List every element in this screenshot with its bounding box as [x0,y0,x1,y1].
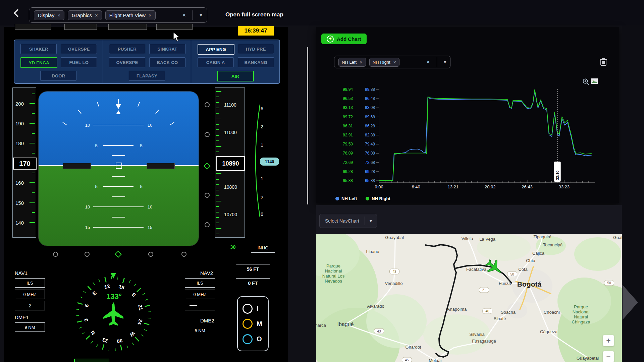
radio-altitude: 56 FT [236,264,270,274]
marker-beacon-i: I [238,304,268,314]
svg-text:99.88: 99.88 [365,87,375,92]
svg-text:72.68: 72.68 [365,160,375,165]
annunciator-overspe[interactable]: OVERSPE [109,57,145,67]
close-tab-icon[interactable]: × [57,12,60,18]
svg-text:93.08: 93.08 [365,105,375,110]
compass-label: 6 [84,303,90,308]
map-canvas[interactable]: GuayabalVilletaLa VegaZipaquiráTocancipá… [316,234,622,362]
annunciator-group: PUSHERSINKRATOVERSPEBACK COFLAPASY [103,40,191,83]
svg-text:96.48: 96.48 [365,96,375,101]
tab-dropdown-chevron[interactable]: ▾ [200,12,202,18]
beacon-circle [243,319,253,329]
deviation-dot [148,252,153,257]
hsi-compass: N36E1215S2124W3033 [71,272,155,356]
chart-legend: NH LeftNH Right [335,196,390,201]
chart-card: + Add Chart NH Left×NH Right××▾ 99.9499.… [316,27,619,203]
airspeed-readout: 170 [13,158,37,170]
svg-text:0:00: 0:00 [375,184,383,189]
compass-label: N [90,329,96,336]
compass-label: 24 [137,318,144,326]
annunciator-yd-enga[interactable]: YD ENGA [20,57,57,68]
compass-label: E [91,290,98,296]
speed-tick-label: 180 [15,140,24,146]
airspeed-value: 170 [19,160,30,168]
alt-tick-label: 11000 [224,130,237,135]
svg-text:76.09: 76.09 [343,151,353,156]
vsi-scale-label: 2 [261,124,263,129]
road-shield: 21 [479,287,489,293]
compass-label: 12 [104,283,110,290]
svg-text:26:43: 26:43 [522,184,533,189]
tab-close-all-icon[interactable]: × [182,12,186,19]
speed-tick-label: 200 [15,101,24,107]
annunciator-app-eng[interactable]: APP ENG [198,44,234,55]
truncated-button[interactable] [108,24,147,30]
tab-flight-path-view[interactable]: Flight Path View× [105,10,156,20]
map-zoom-in-button[interactable]: + [603,335,614,346]
svg-text:6:40: 6:40 [412,184,420,189]
svg-text:79.50: 79.50 [343,142,353,146]
panel-collapse-arrow[interactable] [623,285,638,320]
speed-tick-label: 160 [15,180,24,186]
truncated-button[interactable] [64,24,97,30]
annunciator-pusher[interactable]: PUSHER [109,44,145,54]
svg-text:65.88: 65.88 [365,178,375,183]
compass-label: 15 [118,284,125,291]
truncated-green-box [74,359,109,362]
svg-text:82.91: 82.91 [343,133,353,137]
svg-text:86.31: 86.31 [343,124,353,128]
tab-label: Graphics [72,12,92,18]
road-shield: 50 [604,280,614,286]
nav1-title: NAV1 [15,270,28,276]
close-tab-icon[interactable]: × [149,12,152,18]
nav2-field: 0 MHZ [185,290,215,299]
annunciator-panel: SHAKEROVERSPEYD ENGAFUEL LODOORPUSHERSIN… [14,40,280,84]
tab-graphics[interactable]: Graphics× [68,10,102,20]
annunciator-flapasy[interactable]: FLAPASY [129,71,165,81]
alt-tick-label: 10800 [224,184,237,190]
navchart-select[interactable]: Select NavChart ▾ [319,214,377,228]
glideslope-dot [205,132,210,137]
vsi-readout: 1140 [260,158,279,166]
annunciator-cabin-a[interactable]: CABIN A [198,57,234,67]
chevron-left-icon [12,9,21,17]
back-button[interactable] [12,9,22,19]
annunciator-door[interactable]: DOOR [40,71,76,81]
annunciator-hyd-pre[interactable]: HYD PRE [238,44,274,54]
tab-display[interactable]: Display× [34,10,64,20]
close-tab-icon[interactable]: × [95,12,98,18]
svg-text:32:10: 32:10 [555,171,559,180]
dme1-distance: 9 NM [15,322,45,332]
flight-track [454,265,512,283]
nav2-field: ILS [185,278,215,288]
annunciator-bankang[interactable]: BANKANG [238,57,274,67]
app-root: Display×Graphics×Flight Path View××▾ Ope… [0,0,644,362]
scrollbar-thumb[interactable] [307,47,308,204]
dme2-title: DME2 [200,318,214,323]
baro-unit: INHG [251,243,275,253]
svg-text:86.28: 86.28 [365,124,375,128]
compass-label: 30 [116,338,123,344]
svg-text:89.68: 89.68 [365,115,375,119]
annunciator-sinkrat[interactable]: SINKRAT [149,44,185,54]
truncated-button[interactable] [156,24,193,30]
chart-plot[interactable]: 99.9499.8896.5396.4893.1393.0889.7289.68… [316,27,619,203]
map-zoom-out-button[interactable]: − [603,351,614,362]
svg-text:72.69: 72.69 [343,160,353,165]
compass-label: 3 [83,318,89,322]
altitude-readout: 10890 [216,156,245,171]
svg-text:20:02: 20:02 [485,184,496,189]
annunciator-shaker[interactable]: SHAKER [20,44,57,54]
annunciator-back-co[interactable]: BACK CO [149,57,185,67]
dme2-distance: 5 NM [185,326,215,335]
annunciator-air[interactable]: AIR [217,71,254,81]
truncated-button[interactable] [15,24,51,30]
attitude-indicator: 10 10 5 5 5 5 10 10 15 15 [38,91,199,246]
annunciator-overspe[interactable]: OVERSPE [61,44,97,54]
open-fullscreen-map-link[interactable]: Open full screen map [225,11,283,18]
aircraft-symbol [103,302,123,326]
speed-tick-label: 190 [15,121,24,126]
flight-path-layer [316,234,622,362]
annunciator-fuel-lo[interactable]: FUEL LO [61,57,97,67]
tab-label: Display [38,12,54,18]
